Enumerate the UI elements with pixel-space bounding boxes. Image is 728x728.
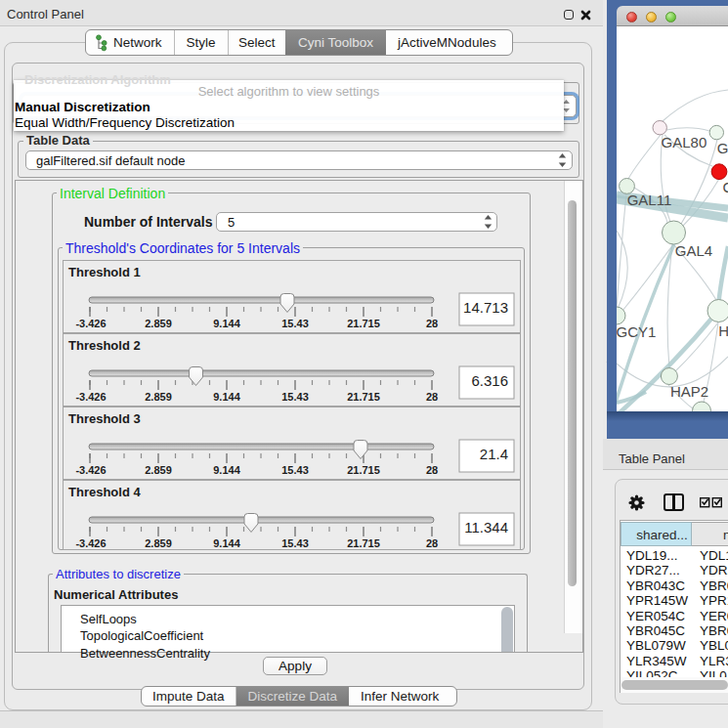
svg-text:28: 28 (426, 391, 438, 403)
svg-text:11.344: 11.344 (464, 519, 508, 535)
svg-text:-3.426: -3.426 (75, 318, 106, 329)
svg-text:2.859: 2.859 (145, 464, 172, 476)
svg-text:9.144: 9.144 (213, 391, 240, 403)
svg-text:C: C (723, 179, 728, 195)
svg-text:GAL11: GAL11 (627, 192, 672, 208)
svg-text:GCY1: GCY1 (617, 323, 656, 340)
svg-text:21.715: 21.715 (347, 318, 380, 329)
svg-text:HAP2: HAP2 (670, 383, 708, 400)
svg-text:15.43: 15.43 (281, 537, 309, 549)
svg-text:Threshold 2: Threshold 2 (68, 338, 141, 353)
svg-text:21.715: 21.715 (347, 391, 380, 403)
svg-text:14.713: 14.713 (463, 299, 508, 316)
svg-text:28: 28 (426, 318, 438, 329)
svg-text:Threshold 3: Threshold 3 (68, 411, 141, 426)
svg-text:9.144: 9.144 (213, 537, 240, 549)
svg-text:2.859: 2.859 (145, 318, 172, 329)
svg-text:Threshold 1: Threshold 1 (68, 265, 141, 279)
svg-text:15.43: 15.43 (281, 318, 309, 329)
svg-text:GAL80: GAL80 (662, 134, 707, 150)
svg-text:9.144: 9.144 (213, 318, 240, 329)
svg-text:28: 28 (426, 464, 438, 476)
svg-text:21.715: 21.715 (347, 537, 380, 549)
svg-text:Threshold 4: Threshold 4 (68, 485, 141, 499)
svg-text:15.43: 15.43 (281, 391, 309, 403)
svg-text:15.43: 15.43 (281, 464, 309, 476)
svg-text:-3.426: -3.426 (75, 537, 106, 549)
svg-text:2.859: 2.859 (145, 391, 172, 403)
svg-text:H: H (718, 322, 728, 339)
svg-text:GAL4: GAL4 (675, 242, 712, 259)
svg-text:28: 28 (426, 537, 438, 549)
svg-text:9.144: 9.144 (213, 464, 240, 476)
svg-text:6.316: 6.316 (471, 372, 508, 389)
svg-text:21.4: 21.4 (480, 446, 508, 462)
svg-text:G: G (717, 140, 728, 156)
svg-text:-3.426: -3.426 (75, 464, 106, 476)
svg-text:-3.426: -3.426 (75, 391, 106, 403)
svg-text:21.715: 21.715 (347, 464, 380, 476)
svg-text:2.859: 2.859 (145, 537, 172, 549)
